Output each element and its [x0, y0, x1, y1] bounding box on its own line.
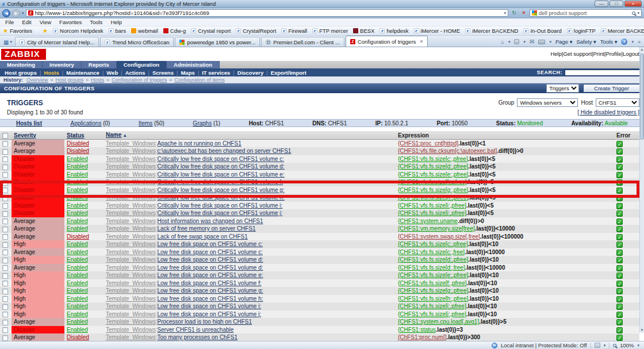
favorite-ftp-mercer[interactable]: eFTP mercer [312, 28, 348, 34]
row-checkbox[interactable] [2, 250, 8, 255]
status-link[interactable]: Disabled [67, 140, 89, 147]
host-select[interactable]: CHFS1 [596, 98, 639, 107]
status-link[interactable]: Enabled [67, 256, 88, 263]
expression-item-link[interactable]: {CHFS1:vfs.fs.size[j:,pfree] [398, 210, 466, 216]
trigger-name-link[interactable]: Critically low free disk space on CHFS1 … [158, 202, 283, 209]
tools-menu-button[interactable]: Tools ▾ [600, 39, 618, 45]
nav-history-dropdown-icon[interactable]: ▾ [22, 11, 24, 16]
status-link[interactable]: Enabled [67, 264, 88, 271]
column-header-name[interactable]: Name▲ [103, 131, 396, 140]
template-link[interactable]: Template_Windows [106, 233, 156, 240]
template-link[interactable]: Template_Windows [106, 296, 156, 302]
row-checkbox[interactable] [2, 234, 8, 240]
row-checkbox[interactable] [2, 289, 8, 294]
expression-item-link[interactable]: {CHFS1:vm.memory.size[free] [398, 225, 475, 232]
status-link[interactable]: Enabled [67, 272, 88, 278]
status-link[interactable]: Enabled [67, 319, 88, 325]
template-link[interactable]: Template_Windows [106, 272, 156, 278]
menu-favorites[interactable]: Favorites [59, 19, 82, 25]
tab-administration[interactable]: Administration [167, 61, 220, 68]
trigger-name-link[interactable]: Low free disk space on CHFS1 volume j: [158, 311, 262, 317]
trigger-name-link[interactable]: Low free disk space on CHFS1 volume c: [158, 241, 263, 247]
history-crumb-configuration-of-triggers[interactable]: Configuration of triggers [112, 77, 167, 83]
expression-item-link[interactable]: {CHFS1:vfs.fs.size[h:,pfree] [398, 194, 468, 201]
subnav-item-maps[interactable]: Maps [179, 70, 195, 76]
back-button[interactable]: ◄ [2, 9, 10, 17]
trigger-name-link[interactable]: Server CHFS1 is unreachable [158, 327, 234, 333]
row-checkbox[interactable] [2, 265, 8, 271]
template-link[interactable]: Template_Windows [106, 303, 156, 309]
trigger-name-link[interactable]: Critically low free disk space on CHFS1 … [158, 179, 283, 185]
expression-item-link[interactable]: {CHFS1:vfs.fs.size[i:,pfree] [398, 202, 466, 209]
row-checkbox[interactable] [2, 242, 8, 248]
top-link-logout[interactable]: Logout [623, 51, 639, 57]
browser-tab-city-of-mercer-island-help[interactable]: eCity of Mercer Island Help... [15, 37, 99, 47]
status-link[interactable]: Enabled [67, 187, 88, 193]
menu-tools[interactable]: Tools [90, 19, 102, 25]
tab-reports[interactable]: Reports [82, 61, 117, 68]
template-link[interactable]: Template_Windows [106, 156, 156, 162]
status-link[interactable]: Enabled [67, 249, 88, 255]
maximize-button[interactable]: □ [610, 1, 623, 7]
feeds-icon[interactable] [514, 39, 519, 44]
trigger-name-link[interactable]: Low free disk space on CHFS1 volume d: [158, 264, 263, 271]
status-link[interactable]: Disabled [67, 233, 89, 240]
trigger-name-link[interactable]: c:\autoexec.bat has been changed on serv… [158, 148, 292, 154]
row-checkbox[interactable] [2, 327, 8, 333]
history-crumb-host-groups[interactable]: Host groups [56, 77, 84, 83]
expression-item-link[interactable]: {CHFS1:vfs.fs.size[d:,pfree] [398, 256, 468, 263]
row-checkbox[interactable] [2, 227, 8, 232]
safety-menu-button[interactable]: Safety ▾ [577, 39, 596, 45]
favorite-firewall[interactable]: eFirewall [281, 28, 307, 34]
template-link[interactable]: Template_Windows [106, 249, 156, 255]
history-crumb-hosts[interactable]: Hosts [91, 77, 104, 83]
favorite-imercer-home[interactable]: eiMercer - HOME [414, 28, 461, 34]
top-link-print[interactable]: Print [593, 51, 605, 57]
template-link[interactable]: Template_Windows [106, 210, 156, 216]
status-link[interactable]: Disabled [67, 334, 89, 340]
status-link[interactable]: Enabled [67, 225, 88, 232]
history-crumb-configuration-of-items[interactable]: Configuration of items [174, 77, 225, 83]
search-dropdown-icon[interactable]: ▾ [637, 11, 639, 16]
quick-tabs-button[interactable]: ▦▾ [2, 37, 14, 47]
trigger-name-link[interactable]: Critically low free disk space on CHFS1 … [158, 210, 283, 216]
trigger-name-link[interactable]: Low free disk space on CHFS1 volume d: [158, 256, 263, 263]
top-link-get-support[interactable]: Get support [563, 51, 592, 57]
favorite-mercer-backend[interactable]: eMercer BACKEND [601, 28, 644, 34]
expression-item-link[interactable]: {CHFS1:vfs.fs.size[h:,pfree] [398, 296, 468, 302]
favorite-cdw-g[interactable]: Cdw-g [163, 28, 186, 34]
print-dropdown-icon[interactable]: ▾ [549, 40, 551, 44]
group-select[interactable]: Windows servers [517, 98, 578, 107]
trigger-name-link[interactable]: Critically low free disk space on CHFS1 … [158, 194, 285, 201]
favorite-norcom-helpdesk[interactable]: eNorcom Helpdesk [53, 28, 103, 34]
zone-dropdown-icon[interactable]: ▾ [604, 343, 606, 348]
template-link[interactable]: Template_Windows [106, 140, 156, 147]
status-link[interactable]: Enabled [67, 171, 88, 178]
template-link[interactable]: Template_Windows [106, 225, 156, 232]
row-checkbox[interactable] [2, 164, 8, 170]
browser-tab-trend-micro-officescan[interactable]: eTrend Micro OfficeScan [100, 37, 174, 47]
template-link[interactable]: Template_Windows [106, 334, 156, 340]
template-link[interactable]: Template_Windows [106, 218, 156, 224]
favorite-crystalreport[interactable]: eCrystalReport [236, 28, 276, 34]
tab-configuration[interactable]: Configuration [117, 61, 167, 68]
template-link[interactable]: Template_Windows [106, 327, 156, 333]
expression-item-link[interactable]: {CHFS1:vfs.fs.size[c:,pfree] [398, 241, 468, 247]
tab-close-button[interactable]: × [420, 39, 423, 44]
row-checkbox[interactable] [2, 172, 8, 178]
menu-help[interactable]: Help [110, 19, 122, 25]
trigger-name-link[interactable]: Lack of free swap space on CHFS1 [158, 233, 248, 240]
subnav-item-maintenance[interactable]: Maintenance [65, 70, 101, 76]
status-link[interactable]: Enabled [67, 156, 88, 162]
template-link[interactable]: Template_Windows [106, 280, 156, 286]
add-favorite-button[interactable]: ★ [43, 28, 48, 34]
row-checkbox[interactable] [2, 141, 8, 147]
print-icon[interactable] [538, 40, 545, 44]
column-header-status[interactable]: Status [64, 131, 103, 140]
trigger-name-link[interactable]: Low free disk space on CHFS1 volume g: [158, 287, 263, 294]
status-link[interactable]: Disabled [67, 148, 89, 154]
graphs-link[interactable]: Graphs [193, 120, 212, 126]
row-checkbox[interactable] [2, 149, 8, 155]
row-checkbox[interactable] [2, 296, 8, 302]
expression-item-link[interactable]: {CHFS1:vfs.fs.size[e:,pfree] [398, 171, 468, 178]
